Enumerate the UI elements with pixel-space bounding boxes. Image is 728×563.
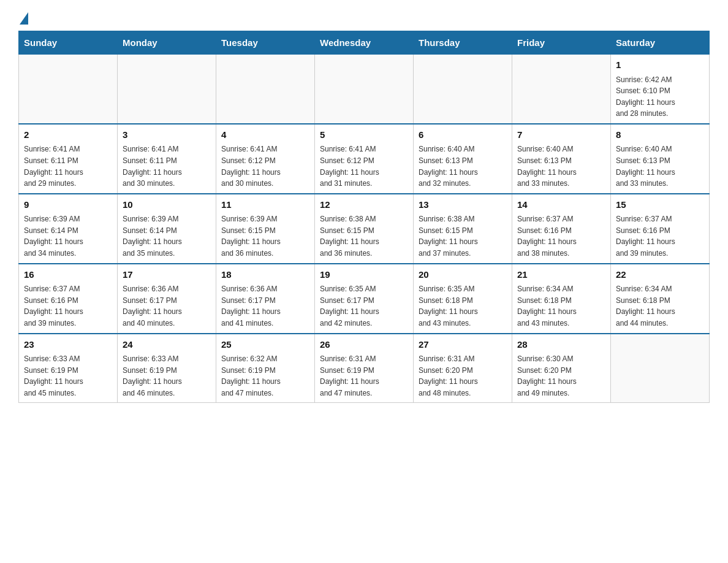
calendar-day-cell <box>19 55 118 124</box>
calendar-week-row: 16Sunrise: 6:37 AM Sunset: 6:16 PM Dayli… <box>19 264 710 334</box>
day-number: 16 <box>24 268 112 282</box>
day-number: 3 <box>123 128 211 142</box>
day-number: 10 <box>123 198 211 212</box>
day-number: 25 <box>221 338 309 352</box>
calendar-day-cell: 17Sunrise: 6:36 AM Sunset: 6:17 PM Dayli… <box>118 264 216 334</box>
day-number: 14 <box>517 198 605 212</box>
day-info: Sunrise: 6:35 AM Sunset: 6:17 PM Dayligh… <box>320 283 408 329</box>
day-info: Sunrise: 6:41 AM Sunset: 6:12 PM Dayligh… <box>221 144 309 189</box>
day-number: 22 <box>616 268 704 282</box>
calendar-day-cell: 28Sunrise: 6:30 AM Sunset: 6:20 PM Dayli… <box>512 334 611 403</box>
calendar-day-cell <box>414 55 512 124</box>
day-number: 11 <box>221 198 309 212</box>
calendar-table: SundayMondayTuesdayWednesdayThursdayFrid… <box>18 31 710 403</box>
weekday-header-sunday: Sunday <box>19 31 118 55</box>
calendar-day-cell: 2Sunrise: 6:41 AM Sunset: 6:11 PM Daylig… <box>19 124 118 194</box>
calendar-day-cell: 22Sunrise: 6:34 AM Sunset: 6:18 PM Dayli… <box>611 264 710 334</box>
calendar-day-cell <box>118 55 216 124</box>
calendar-day-cell: 7Sunrise: 6:40 AM Sunset: 6:13 PM Daylig… <box>512 124 611 194</box>
calendar-day-cell: 9Sunrise: 6:39 AM Sunset: 6:14 PM Daylig… <box>19 194 118 264</box>
day-number: 26 <box>320 338 408 352</box>
day-number: 15 <box>616 198 704 212</box>
calendar-day-cell: 1Sunrise: 6:42 AM Sunset: 6:10 PM Daylig… <box>611 55 710 124</box>
day-info: Sunrise: 6:36 AM Sunset: 6:17 PM Dayligh… <box>123 283 211 329</box>
calendar-day-cell: 23Sunrise: 6:33 AM Sunset: 6:19 PM Dayli… <box>19 334 118 403</box>
day-number: 1 <box>616 58 704 72</box>
day-number: 23 <box>24 338 112 352</box>
calendar-day-cell: 20Sunrise: 6:35 AM Sunset: 6:18 PM Dayli… <box>414 264 512 334</box>
calendar-day-cell: 24Sunrise: 6:33 AM Sunset: 6:19 PM Dayli… <box>118 334 216 403</box>
day-number: 24 <box>123 338 211 352</box>
day-number: 6 <box>419 128 507 142</box>
day-info: Sunrise: 6:33 AM Sunset: 6:19 PM Dayligh… <box>24 353 112 399</box>
calendar-day-cell: 16Sunrise: 6:37 AM Sunset: 6:16 PM Dayli… <box>19 264 118 334</box>
calendar-day-cell: 5Sunrise: 6:41 AM Sunset: 6:12 PM Daylig… <box>315 124 414 194</box>
weekday-header-thursday: Thursday <box>414 31 512 55</box>
day-info: Sunrise: 6:33 AM Sunset: 6:19 PM Dayligh… <box>123 353 211 399</box>
calendar-day-cell: 14Sunrise: 6:37 AM Sunset: 6:16 PM Dayli… <box>512 194 611 264</box>
weekday-header-tuesday: Tuesday <box>216 31 315 55</box>
day-info: Sunrise: 6:40 AM Sunset: 6:13 PM Dayligh… <box>616 144 704 189</box>
day-info: Sunrise: 6:36 AM Sunset: 6:17 PM Dayligh… <box>221 283 309 329</box>
day-info: Sunrise: 6:41 AM Sunset: 6:12 PM Dayligh… <box>320 144 408 189</box>
day-info: Sunrise: 6:39 AM Sunset: 6:15 PM Dayligh… <box>221 213 309 259</box>
logo-area <box>18 12 29 25</box>
day-number: 19 <box>320 268 408 282</box>
weekday-header-row: SundayMondayTuesdayWednesdayThursdayFrid… <box>19 31 710 55</box>
day-info: Sunrise: 6:37 AM Sunset: 6:16 PM Dayligh… <box>616 213 704 259</box>
day-number: 21 <box>517 268 605 282</box>
calendar-day-cell: 12Sunrise: 6:38 AM Sunset: 6:15 PM Dayli… <box>315 194 414 264</box>
weekday-header-wednesday: Wednesday <box>315 31 414 55</box>
day-info: Sunrise: 6:34 AM Sunset: 6:18 PM Dayligh… <box>517 283 605 329</box>
day-info: Sunrise: 6:40 AM Sunset: 6:13 PM Dayligh… <box>517 144 605 189</box>
day-info: Sunrise: 6:31 AM Sunset: 6:19 PM Dayligh… <box>320 353 408 399</box>
calendar-day-cell: 27Sunrise: 6:31 AM Sunset: 6:20 PM Dayli… <box>414 334 512 403</box>
weekday-header-friday: Friday <box>512 31 611 55</box>
day-number: 12 <box>320 198 408 212</box>
day-info: Sunrise: 6:39 AM Sunset: 6:14 PM Dayligh… <box>123 213 211 259</box>
day-number: 4 <box>221 128 309 142</box>
calendar-day-cell: 8Sunrise: 6:40 AM Sunset: 6:13 PM Daylig… <box>611 124 710 194</box>
weekday-header-saturday: Saturday <box>611 31 710 55</box>
day-info: Sunrise: 6:37 AM Sunset: 6:16 PM Dayligh… <box>24 283 112 329</box>
day-info: Sunrise: 6:39 AM Sunset: 6:14 PM Dayligh… <box>24 213 112 259</box>
day-info: Sunrise: 6:35 AM Sunset: 6:18 PM Dayligh… <box>419 283 507 329</box>
day-info: Sunrise: 6:41 AM Sunset: 6:11 PM Dayligh… <box>24 144 112 189</box>
calendar-week-row: 23Sunrise: 6:33 AM Sunset: 6:19 PM Dayli… <box>19 334 710 403</box>
calendar-day-cell <box>512 55 611 124</box>
calendar-day-cell <box>315 55 414 124</box>
calendar-week-row: 9Sunrise: 6:39 AM Sunset: 6:14 PM Daylig… <box>19 194 710 264</box>
logo-triangle-icon <box>20 12 28 25</box>
calendar-day-cell: 25Sunrise: 6:32 AM Sunset: 6:19 PM Dayli… <box>216 334 315 403</box>
day-number: 17 <box>123 268 211 282</box>
day-info: Sunrise: 6:30 AM Sunset: 6:20 PM Dayligh… <box>517 353 605 399</box>
day-info: Sunrise: 6:41 AM Sunset: 6:11 PM Dayligh… <box>123 144 211 189</box>
day-number: 28 <box>517 338 605 352</box>
day-number: 7 <box>517 128 605 142</box>
day-info: Sunrise: 6:37 AM Sunset: 6:16 PM Dayligh… <box>517 213 605 259</box>
day-number: 5 <box>320 128 408 142</box>
day-info: Sunrise: 6:40 AM Sunset: 6:13 PM Dayligh… <box>419 144 507 189</box>
weekday-header-monday: Monday <box>118 31 216 55</box>
calendar-day-cell <box>216 55 315 124</box>
calendar-day-cell: 4Sunrise: 6:41 AM Sunset: 6:12 PM Daylig… <box>216 124 315 194</box>
calendar-day-cell: 13Sunrise: 6:38 AM Sunset: 6:15 PM Dayli… <box>414 194 512 264</box>
day-info: Sunrise: 6:31 AM Sunset: 6:20 PM Dayligh… <box>419 353 507 399</box>
day-info: Sunrise: 6:34 AM Sunset: 6:18 PM Dayligh… <box>616 283 704 329</box>
day-number: 13 <box>419 198 507 212</box>
day-number: 18 <box>221 268 309 282</box>
calendar-day-cell: 19Sunrise: 6:35 AM Sunset: 6:17 PM Dayli… <box>315 264 414 334</box>
calendar-day-cell: 26Sunrise: 6:31 AM Sunset: 6:19 PM Dayli… <box>315 334 414 403</box>
day-info: Sunrise: 6:42 AM Sunset: 6:10 PM Dayligh… <box>616 74 704 120</box>
calendar-day-cell: 15Sunrise: 6:37 AM Sunset: 6:16 PM Dayli… <box>611 194 710 264</box>
calendar-week-row: 1Sunrise: 6:42 AM Sunset: 6:10 PM Daylig… <box>19 55 710 124</box>
calendar-day-cell: 11Sunrise: 6:39 AM Sunset: 6:15 PM Dayli… <box>216 194 315 264</box>
day-info: Sunrise: 6:38 AM Sunset: 6:15 PM Dayligh… <box>320 213 408 259</box>
day-info: Sunrise: 6:32 AM Sunset: 6:19 PM Dayligh… <box>221 353 309 399</box>
day-info: Sunrise: 6:38 AM Sunset: 6:15 PM Dayligh… <box>419 213 507 259</box>
calendar-day-cell <box>611 334 710 403</box>
calendar-day-cell: 21Sunrise: 6:34 AM Sunset: 6:18 PM Dayli… <box>512 264 611 334</box>
calendar-day-cell: 6Sunrise: 6:40 AM Sunset: 6:13 PM Daylig… <box>414 124 512 194</box>
day-number: 9 <box>24 198 112 212</box>
day-number: 8 <box>616 128 704 142</box>
